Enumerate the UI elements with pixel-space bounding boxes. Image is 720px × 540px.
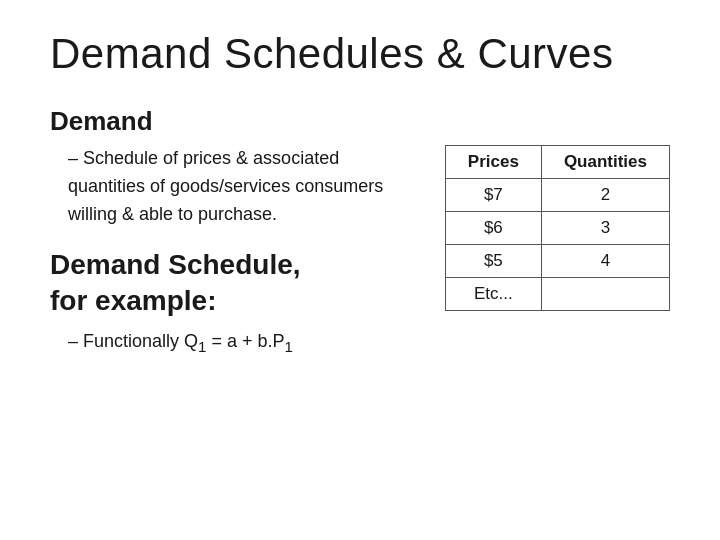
demand-schedule-label: Demand Schedule, for example:: [50, 247, 415, 320]
col-quantities-header: Quantities: [541, 146, 669, 179]
quantity-cell: 3: [541, 212, 669, 245]
price-cell: Etc...: [445, 278, 541, 311]
quantity-cell: 4: [541, 245, 669, 278]
formula-sub2: 1: [284, 338, 292, 355]
bullet-text: – Schedule of prices & associated quanti…: [68, 145, 415, 229]
price-cell: $5: [445, 245, 541, 278]
table-row: $63: [445, 212, 669, 245]
table-row: $54: [445, 245, 669, 278]
table-area: Prices Quantities $72$63$54Etc...: [445, 145, 670, 311]
price-cell: $6: [445, 212, 541, 245]
main-title: Demand Schedules & Curves: [50, 30, 670, 78]
functionally-line: – Functionally Q1 = a + b.P1: [68, 331, 415, 355]
col-prices-header: Prices: [445, 146, 541, 179]
left-content: – Schedule of prices & associated quanti…: [50, 145, 415, 355]
content-area: – Schedule of prices & associated quanti…: [50, 145, 670, 355]
quantity-cell: [541, 278, 669, 311]
price-cell: $7: [445, 179, 541, 212]
table-row: Etc...: [445, 278, 669, 311]
table-row: $72: [445, 179, 669, 212]
section-label: Demand: [50, 106, 670, 137]
slide: Demand Schedules & Curves Demand – Sched…: [0, 0, 720, 540]
quantity-cell: 2: [541, 179, 669, 212]
demand-schedule-table: Prices Quantities $72$63$54Etc...: [445, 145, 670, 311]
